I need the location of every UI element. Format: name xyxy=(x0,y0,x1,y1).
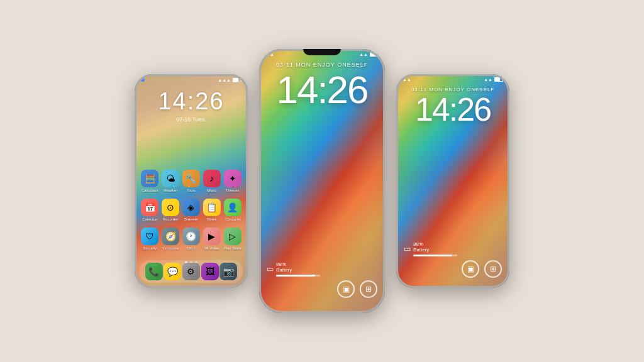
dock-gallery[interactable]: 🖼 xyxy=(201,263,219,280)
app-browser-label: Browser xyxy=(184,217,198,221)
battery-percent-3: 88% xyxy=(413,241,457,248)
app-row-1: 🧮 Calculator 🌤 Weather 🔧 Tools ♪ Music xyxy=(140,170,243,192)
battery-icon xyxy=(233,78,242,82)
signal-icon: ▲▲▲ xyxy=(218,78,231,82)
lock-signal-3: ▲▲ xyxy=(402,77,411,82)
lock-time-3: 14:26 xyxy=(396,93,509,126)
app-themes[interactable]: ✦ Themes xyxy=(223,170,243,192)
app-notes-icon: 📋 xyxy=(203,199,221,216)
lock-battery xyxy=(370,52,379,57)
battery-label-2: Battery xyxy=(276,267,320,273)
lock-actions-2: ▣ ⊞ xyxy=(267,280,377,298)
dock-phone[interactable]: 📞 xyxy=(145,263,163,280)
dock-camera[interactable]: 📷 xyxy=(219,263,237,280)
app-mivideo[interactable]: ▶ Mi Video xyxy=(202,228,222,250)
lock-wifi: ▲▲ xyxy=(359,52,368,57)
phone3-screen: ▲▲ ▲▲ 03-11 MON ENJOY ONESELF 14:26 ▭ 88… xyxy=(396,74,509,288)
home-clock: 14:26 07-16 Tues. xyxy=(135,88,248,123)
app-browser-icon: ◈ xyxy=(182,199,200,216)
battery-text-block: 88% Battery xyxy=(276,261,320,277)
app-tools-label: Tools xyxy=(187,189,196,192)
lock-battery-3 xyxy=(494,77,503,82)
app-dock: 📞 💬 ⚙ 🖼 📷 xyxy=(140,260,243,283)
phone2: ▲▲ ▲▲ 03-11 MON ENJOY ONESELF 14:26 ▭ 88… xyxy=(259,49,385,313)
phone3-wrapper: ▲▲ ▲▲ 03-11 MON ENJOY ONESELF 14:26 ▭ 88… xyxy=(396,74,509,288)
phone1: ▲▲▲ 14:26 07-16 Tues. 🧮 Calculator xyxy=(135,74,248,288)
clock-date: 07-16 Tues. xyxy=(135,116,248,123)
action-btn-2[interactable]: ⊞ xyxy=(360,280,377,298)
lock-bottom-3: ▭ 88% Battery ▣ ⊞ xyxy=(404,241,502,278)
app-notes[interactable]: 📋 Notes xyxy=(202,199,222,221)
app-music[interactable]: ♪ Music xyxy=(202,170,222,192)
top-notch xyxy=(303,49,341,55)
clock-time: 14:26 xyxy=(135,88,248,115)
app-security-label: Security xyxy=(143,246,157,250)
app-compass-icon: 🧭 xyxy=(162,228,179,245)
app-calendar-label: Calendar xyxy=(142,217,157,221)
app-contacts-icon: 👤 xyxy=(224,199,242,216)
lock-signal: ▲▲ xyxy=(265,52,274,57)
app-tools[interactable]: 🔧 Tools xyxy=(181,170,201,192)
app-weather-icon: 🌤 xyxy=(162,170,179,187)
app-recorder-icon: ⊙ xyxy=(162,199,179,216)
app-music-icon: ♪ xyxy=(203,170,221,187)
lock-status-bar-3: ▲▲ ▲▲ xyxy=(396,74,509,84)
app-security[interactable]: 🛡 Security xyxy=(140,228,160,250)
battery-label-3: Battery xyxy=(413,247,457,253)
battery-progress-bar xyxy=(276,275,320,277)
notification-dot xyxy=(141,78,145,82)
battery-info-3: ▭ 88% Battery xyxy=(404,241,502,256)
app-playstore-icon: ▷ xyxy=(224,228,242,245)
battery-progress-bar-3 xyxy=(413,255,457,256)
action-btn-3[interactable]: ▣ xyxy=(462,260,479,278)
app-recorder-label: Recorder xyxy=(163,217,179,221)
dock-settings[interactable]: ⚙ xyxy=(182,263,200,280)
app-browser[interactable]: ◈ Browser xyxy=(181,199,201,221)
app-row-2: 📅 Calendar ⊙ Recorder ◈ Browser 📋 Notes xyxy=(140,199,243,221)
app-clock[interactable]: 🕐 Clock xyxy=(181,228,201,250)
lock-bottom-2: ▭ 88% Battery ▣ ⊞ xyxy=(267,261,377,298)
phone2-wrapper: ▲▲ ▲▲ 03-11 MON ENJOY ONESELF 14:26 ▭ 88… xyxy=(259,49,385,313)
app-weather-label: Weather xyxy=(164,189,178,192)
app-video-icon: ▶ xyxy=(203,228,221,245)
action-btn-1[interactable]: ▣ xyxy=(337,280,355,298)
battery-fill-3 xyxy=(413,255,452,256)
app-recorder[interactable]: ⊙ Recorder xyxy=(160,199,180,221)
status-right-icons: ▲▲▲ xyxy=(218,78,242,82)
lock-time-2: 14:26 xyxy=(259,70,385,109)
lock-actions-3: ▣ ⊞ xyxy=(404,260,502,278)
battery-text-block-3: 88% Battery xyxy=(413,241,457,256)
app-tools-icon: 🔧 xyxy=(182,170,200,187)
app-video-label: Mi Video xyxy=(204,246,219,250)
phone2-screen: ▲▲ ▲▲ 03-11 MON ENJOY ONESELF 14:26 ▭ 88… xyxy=(259,49,385,313)
battery-icon-lock-3: ▭ xyxy=(404,244,411,253)
action-btn-4[interactable]: ⊞ xyxy=(484,260,502,278)
app-calendar-icon: 📅 xyxy=(141,199,158,216)
app-calendar[interactable]: 📅 Calendar xyxy=(140,199,160,221)
app-clock-icon: 🕐 xyxy=(182,228,200,245)
lock-status-right-3: ▲▲ xyxy=(484,77,503,82)
app-music-label: Music xyxy=(207,189,217,192)
battery-fill xyxy=(276,275,315,277)
app-compass[interactable]: 🧭 Compass xyxy=(160,228,180,250)
app-themes-icon: ✦ xyxy=(224,170,242,187)
app-notes-label: Notes xyxy=(207,217,217,221)
status-bar-1: ▲▲▲ xyxy=(135,74,248,85)
battery-info-2: ▭ 88% Battery xyxy=(267,261,377,277)
app-compass-label: Compass xyxy=(163,246,179,250)
app-grid: 🧮 Calculator 🌤 Weather 🔧 Tools ♪ Music xyxy=(135,170,248,256)
battery-icon-lock: ▭ xyxy=(267,265,274,273)
app-calculator[interactable]: 🧮 Calculator xyxy=(140,170,160,192)
app-weather[interactable]: 🌤 Weather xyxy=(160,170,180,192)
app-calc-label: Calculator xyxy=(142,189,158,192)
app-contacts[interactable]: 👤 Contacts xyxy=(223,199,243,221)
phone1-wrapper: ▲▲▲ 14:26 07-16 Tues. 🧮 Calculator xyxy=(135,74,248,288)
app-themes-label: Themes xyxy=(226,189,240,192)
app-playstore[interactable]: ▷ Play Store xyxy=(223,228,243,250)
battery-percent-2: 88% xyxy=(276,261,320,268)
dock-messages[interactable]: 💬 xyxy=(164,263,181,280)
app-security-icon: 🛡 xyxy=(141,228,158,245)
lock-date-2: 03-11 MON ENJOY ONESELF xyxy=(259,62,385,68)
lock-wifi-3: ▲▲ xyxy=(484,77,492,82)
app-clock-label: Clock xyxy=(186,246,196,250)
